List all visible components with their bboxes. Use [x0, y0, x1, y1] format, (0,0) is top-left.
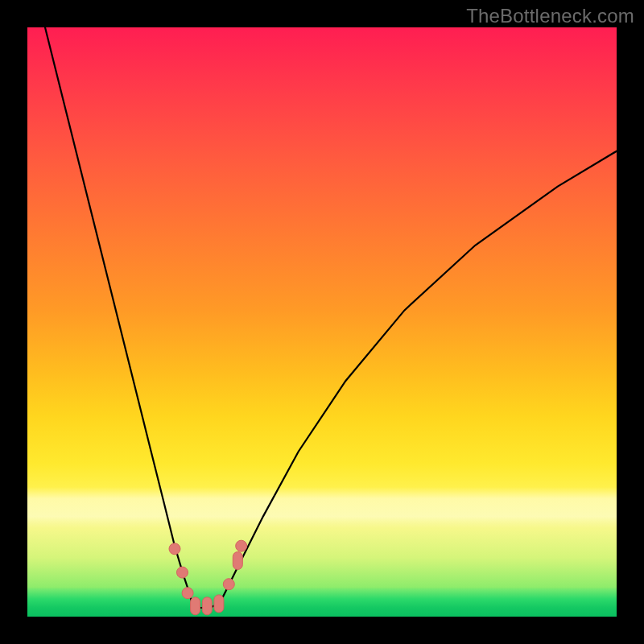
- plot-area: [27, 27, 617, 617]
- marker-dot: [177, 567, 188, 578]
- outer-frame: TheBottleneck.com: [0, 0, 644, 644]
- bottleneck-curve: [45, 27, 617, 608]
- marker-pill: [191, 597, 200, 615]
- watermark-text: TheBottleneck.com: [466, 5, 634, 27]
- marker-dot: [182, 588, 193, 599]
- marker-dot: [223, 579, 234, 590]
- marker-dot: [236, 540, 247, 551]
- data-markers: [169, 540, 247, 615]
- marker-pill: [202, 597, 212, 615]
- marker-dot: [169, 543, 180, 555]
- marker-pill: [233, 552, 242, 570]
- marker-pill: [214, 595, 224, 613]
- curve-svg: [27, 27, 617, 617]
